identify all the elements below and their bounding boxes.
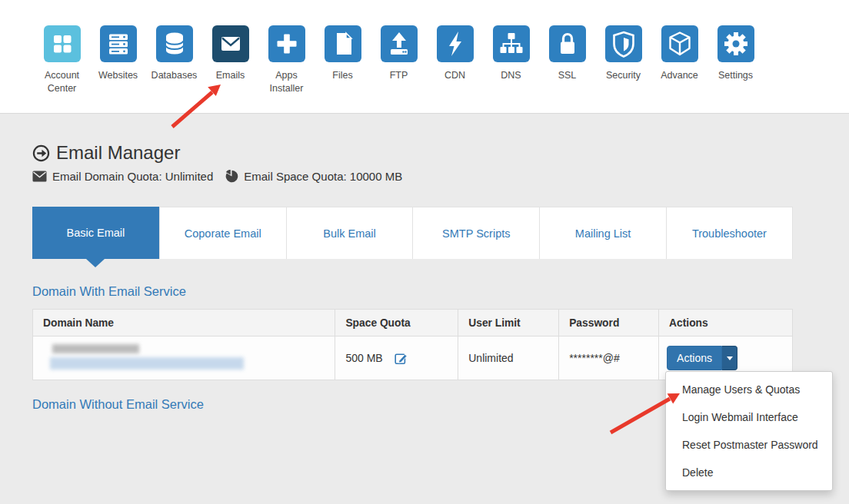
user-limit-cell: Unlimited bbox=[458, 337, 559, 380]
nav-label: Security bbox=[595, 69, 651, 82]
tab-basic-email[interactable]: Basic Email bbox=[32, 207, 159, 259]
email-tabs: Basic Email Coporate Email Bulk Email SM… bbox=[32, 207, 793, 259]
column-space-quota: Space Quota bbox=[335, 310, 458, 337]
menu-item-login-webmail[interactable]: Login Webmail Interface bbox=[666, 403, 832, 431]
nav-label: Advance bbox=[651, 69, 708, 82]
domain-with-email-service-link[interactable]: Domain With Email Service bbox=[32, 284, 793, 299]
settings-icon bbox=[717, 25, 754, 62]
column-user-limit: User Limit bbox=[458, 310, 559, 337]
cdn-icon bbox=[437, 25, 474, 62]
tab-mailing-list[interactable]: Mailing List bbox=[539, 207, 666, 259]
column-domain-name: Domain Name bbox=[33, 310, 335, 337]
email-domains-table: Domain Name Space Quota User Limit Passw… bbox=[32, 309, 793, 380]
arrow-circle-right-icon bbox=[32, 144, 50, 162]
nav-label: CDN bbox=[427, 69, 483, 82]
password-cell: ********@# bbox=[559, 337, 659, 380]
domain-quota: Email Domain Quota: Unlimited bbox=[32, 170, 213, 183]
ftp-icon bbox=[381, 25, 418, 62]
nav-item-cdn[interactable]: CDN bbox=[427, 25, 483, 82]
files-icon bbox=[325, 25, 361, 62]
websites-icon bbox=[100, 25, 137, 62]
page-title: Email Manager bbox=[56, 142, 180, 164]
blur-bar bbox=[52, 344, 139, 353]
domain-quota-text: Email Domain Quota: Unlimited bbox=[52, 170, 213, 183]
nav-label: SSL bbox=[539, 69, 595, 82]
nav-item-websites[interactable]: Websites bbox=[90, 25, 146, 82]
menu-item-manage-users-quotas[interactable]: Manage Users & Quotas bbox=[666, 376, 832, 403]
edit-quota-icon[interactable] bbox=[395, 352, 408, 365]
security-icon bbox=[605, 25, 642, 62]
nav-item-files[interactable]: Files bbox=[315, 25, 371, 82]
nav-label: Websites bbox=[90, 69, 146, 82]
nav-label: Settings bbox=[708, 69, 764, 82]
top-navigation-bar: Account Center Websites bbox=[0, 0, 849, 114]
nav-label: Files bbox=[315, 69, 371, 82]
actions-button[interactable]: Actions bbox=[667, 346, 722, 370]
table-header-row: Domain Name Space Quota User Limit Passw… bbox=[33, 310, 793, 337]
databases-icon bbox=[156, 25, 193, 62]
nav-label: DNS bbox=[483, 69, 539, 82]
tab-bulk-email[interactable]: Bulk Email bbox=[286, 207, 413, 259]
column-password: Password bbox=[559, 310, 659, 337]
nav-item-apps-installer[interactable]: Apps Installer bbox=[258, 25, 315, 95]
quota-summary: Email Domain Quota: Unlimited Email Spac… bbox=[32, 170, 793, 183]
space-quota-text: Email Space Quota: 10000 MB bbox=[244, 170, 402, 183]
actions-split-button: Actions bbox=[667, 346, 737, 370]
pie-chart-icon bbox=[225, 170, 238, 183]
blurred-domain-name bbox=[43, 343, 325, 373]
page-header: Email Manager bbox=[32, 142, 793, 164]
nav-item-databases[interactable]: Databases bbox=[146, 25, 202, 82]
column-actions: Actions bbox=[659, 310, 793, 337]
nav-item-ssl[interactable]: SSL bbox=[539, 25, 595, 82]
space-quota-value: 500 MB bbox=[345, 352, 382, 364]
dns-icon bbox=[493, 25, 530, 62]
nav-label: FTP bbox=[371, 69, 427, 82]
ssl-icon bbox=[549, 25, 586, 62]
tab-coporate-email[interactable]: Coporate Email bbox=[159, 207, 286, 259]
menu-item-delete[interactable]: Delete bbox=[666, 459, 832, 486]
space-quota-cell: 500 MB bbox=[335, 337, 458, 380]
advance-icon bbox=[661, 25, 698, 62]
tab-troubleshooter[interactable]: Troubleshooter bbox=[666, 207, 793, 259]
nav-label: Account Center bbox=[34, 69, 90, 95]
nav-item-settings[interactable]: Settings bbox=[708, 25, 764, 82]
account-center-icon bbox=[44, 25, 81, 62]
nav-label: Apps Installer bbox=[258, 69, 315, 95]
actions-caret-button[interactable] bbox=[722, 346, 737, 370]
blur-bar bbox=[50, 357, 244, 370]
envelope-icon bbox=[32, 171, 47, 182]
nav-item-emails[interactable]: Emails bbox=[202, 25, 258, 82]
nav-item-advance[interactable]: Advance bbox=[651, 25, 708, 82]
nav-item-dns[interactable]: DNS bbox=[483, 25, 539, 82]
emails-icon bbox=[212, 25, 249, 62]
nav-item-ftp[interactable]: FTP bbox=[371, 25, 427, 82]
nav-item-security[interactable]: Security bbox=[595, 25, 651, 82]
caret-down-icon bbox=[727, 356, 733, 360]
tab-smtp-scripts[interactable]: SMTP Scripts bbox=[412, 207, 539, 259]
nav-item-account-center[interactable]: Account Center bbox=[34, 25, 90, 95]
space-quota: Email Space Quota: 10000 MB bbox=[225, 170, 402, 183]
apps-installer-icon bbox=[268, 25, 305, 62]
actions-dropdown-menu: Manage Users & Quotas Login Webmail Inte… bbox=[665, 371, 833, 491]
menu-item-reset-postmaster-password[interactable]: Reset Postmaster Password bbox=[666, 431, 832, 459]
nav-label: Databases bbox=[146, 69, 202, 82]
domain-name-cell bbox=[33, 337, 335, 380]
nav-label: Emails bbox=[202, 69, 258, 82]
